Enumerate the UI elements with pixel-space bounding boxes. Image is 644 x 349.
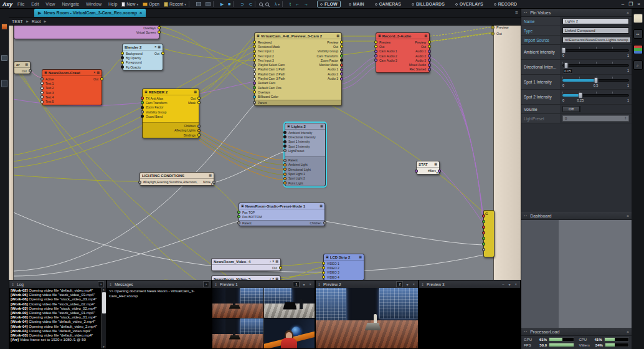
- pin[interactable]: [283, 168, 286, 171]
- menu-navigate[interactable]: Navigate: [62, 2, 79, 6]
- preview-2-view[interactable]: [316, 288, 418, 348]
- menu-file[interactable]: File: [17, 2, 24, 6]
- pin[interactable]: [212, 181, 215, 184]
- slider-handle[interactable]: [564, 62, 569, 69]
- pin[interactable]: [340, 68, 343, 71]
- pin[interactable]: [283, 135, 286, 138]
- preview-1-quad-view[interactable]: [212, 288, 315, 348]
- pin[interactable]: [428, 41, 431, 44]
- pin[interactable]: [428, 68, 431, 71]
- tab-overlays[interactable]: OVERLAYS: [453, 1, 486, 7]
- pin[interactable]: [29, 69, 32, 72]
- log-scrollbar[interactable]: ▲▼: [101, 288, 106, 348]
- spot-2-intensity-slider[interactable]: 010.25: [562, 91, 629, 103]
- pin[interactable]: [415, 170, 418, 173]
- close-icon[interactable]: ×: [154, 45, 156, 49]
- pin[interactable]: [323, 221, 326, 224]
- node-newsroom-video-4[interactable]: NewsRoom_Video- 4♪×▦Out: [211, 258, 281, 271]
- pin[interactable]: [340, 77, 343, 80]
- close-icon[interactable]: ×: [203, 281, 209, 287]
- minimize-button[interactable]: –: [622, 1, 624, 7]
- node-newsroom-crawl[interactable]: ▣NewsRoom-Crawl×▦ActiveOutText 1Text 2Te…: [42, 69, 102, 105]
- tab-list-menu-icon[interactable]: ≡: [515, 10, 518, 16]
- pin[interactable]: [428, 50, 431, 53]
- log-header[interactable]: ⇕ Log ×: [9, 280, 106, 288]
- pin[interactable]: [428, 54, 431, 57]
- node-lights-2[interactable]: ▣Lights 2▦Ambient IntensityDirectional I…: [285, 123, 326, 186]
- close-icon[interactable]: ×: [627, 11, 629, 15]
- node-stat[interactable]: STAT▦#Bars▾: [416, 161, 440, 174]
- pin[interactable]: [141, 115, 144, 118]
- pin[interactable]: [428, 64, 431, 67]
- pin[interactable]: [482, 231, 485, 234]
- chevron-down-icon[interactable]: ▾: [436, 171, 438, 174]
- grid-icon[interactable]: ▦: [424, 34, 427, 37]
- node-lighting-conditions[interactable]: LIGHTING CONDITIONS▦#Daylight,Evening,Su…: [140, 172, 214, 186]
- pin[interactable]: [322, 266, 325, 269]
- pin[interactable]: [482, 237, 485, 240]
- pin[interactable]: [121, 52, 124, 55]
- pin[interactable]: [482, 214, 485, 218]
- play-button[interactable]: ▶: [220, 2, 224, 7]
- dashboard-header[interactable]: •• Dashboard ×: [521, 212, 632, 220]
- stop-button[interactable]: ■: [228, 2, 230, 6]
- chevron-down-icon[interactable]: ▾: [405, 282, 409, 287]
- pin[interactable]: [340, 59, 343, 62]
- pin[interactable]: [482, 220, 485, 223]
- pin[interactable]: [340, 54, 343, 57]
- pin[interactable]: [283, 159, 286, 162]
- grid-icon[interactable]: ▦: [194, 90, 197, 93]
- new-button[interactable]: New▾: [121, 2, 138, 7]
- pin[interactable]: [374, 45, 377, 48]
- node-render-2[interactable]: ▣RENDER 2▦TX Anti AliasOutCam TransformM…: [142, 88, 199, 138]
- slider-handle[interactable]: [562, 47, 566, 54]
- pin[interactable]: [374, 50, 377, 53]
- pin[interactable]: [197, 101, 201, 104]
- board-button-1[interactable]: [196, 2, 201, 6]
- chevron-down-icon[interactable]: ▾: [211, 182, 212, 186]
- close-icon[interactable]: ×: [140, 11, 142, 15]
- pin-values-dock-icon[interactable]: ••: [633, 29, 643, 39]
- pin[interactable]: [253, 72, 256, 75]
- pin[interactable]: [482, 242, 485, 246]
- text-tool-button[interactable]: t: [290, 2, 291, 6]
- pin[interactable]: [197, 97, 201, 100]
- open-button[interactable]: Open: [143, 2, 159, 6]
- document-tab[interactable]: ▶ News Room - VirtualCam_3-Cam_Rec.xcomp…: [34, 9, 146, 17]
- node-blender-2[interactable]: Blender 2×▦BackgroundOutBg OpacityForegr…: [122, 44, 163, 70]
- grid-icon[interactable]: ▦: [209, 174, 212, 177]
- close-icon[interactable]: ×: [627, 330, 629, 334]
- close-icon[interactable]: ×: [411, 282, 416, 286]
- pin[interactable]: [253, 54, 256, 57]
- menu-window[interactable]: Window: [86, 2, 102, 6]
- close-icon[interactable]: ×: [627, 214, 629, 218]
- pin[interactable]: [438, 170, 441, 173]
- tab-billboards[interactable]: BILLBOARDS: [409, 1, 447, 7]
- pin[interactable]: [100, 77, 103, 80]
- directional-inten--slider[interactable]: 10.05: [562, 61, 629, 73]
- pin[interactable]: [40, 77, 44, 80]
- messages-header[interactable]: ⇕ Messages ×: [107, 280, 211, 288]
- preview-2-header[interactable]: ⇕ Preview 2 2 ▾ ×: [316, 280, 418, 288]
- node-edge-node[interactable]: G: [483, 210, 495, 257]
- shelf-panel-icon[interactable]: [1, 80, 7, 87]
- pin[interactable]: [253, 90, 256, 93]
- pin[interactable]: [340, 41, 343, 44]
- grid-icon[interactable]: ▦: [275, 260, 278, 263]
- pin[interactable]: [340, 50, 343, 53]
- breadcrumb-item[interactable]: TEST: [12, 19, 23, 24]
- recent-button[interactable]: Recent▾: [164, 2, 186, 7]
- shelf-board-icon[interactable]: [1, 55, 7, 61]
- pin[interactable]: [428, 45, 431, 48]
- close-icon[interactable]: ×: [93, 71, 95, 74]
- breadcrumb-item[interactable]: Root: [32, 19, 41, 24]
- pin[interactable]: [121, 61, 124, 64]
- pin[interactable]: [428, 59, 431, 62]
- slider-handle[interactable]: [594, 77, 598, 84]
- pin[interactable]: [283, 140, 286, 143]
- notes-icon[interactable]: [633, 14, 643, 23]
- node-lcd-strip-2[interactable]: ▣LCD Strip 2▦VIDEO 1VIDEO 2VIDEO 3VIDEO …: [323, 254, 364, 280]
- tab-record[interactable]: RECORD: [491, 1, 519, 7]
- pin[interactable]: [322, 275, 325, 279]
- chevron-down-icon[interactable]: ▾: [301, 282, 306, 287]
